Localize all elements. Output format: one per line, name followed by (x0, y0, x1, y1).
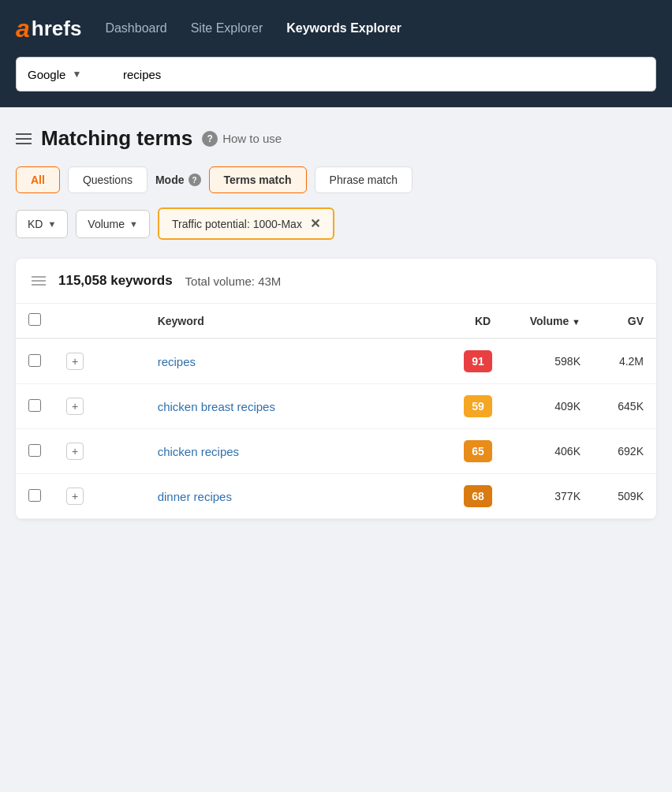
row-add-button-0[interactable]: + (66, 353, 84, 370)
kd-chevron-icon: ▼ (47, 219, 56, 229)
sidebar-toggle-icon[interactable] (16, 133, 32, 144)
results-summary-row: 115,058 keywords Total volume: 43M (16, 259, 656, 304)
top-navigation: a hrefs Dashboard Site Explorer Keywords… (0, 0, 672, 57)
logo[interactable]: a hrefs (16, 16, 81, 41)
traffic-filter-close-button[interactable]: ✕ (310, 216, 320, 231)
row-volume-cell: 409K (514, 384, 593, 429)
mode-label: Mode ? (155, 174, 201, 186)
row-kd-cell: 65 (451, 429, 514, 474)
row-checkbox-cell (16, 429, 54, 474)
header-keyword: Keyword (145, 304, 451, 338)
keyword-link-1[interactable]: chicken breast recipes (158, 400, 275, 413)
help-circle-icon: ? (202, 131, 218, 147)
results-menu-icon[interactable] (32, 276, 46, 286)
header-kd[interactable]: KD (451, 304, 514, 338)
nav-site-explorer[interactable]: Site Explorer (191, 18, 263, 39)
tab-all[interactable]: All (16, 166, 60, 193)
row-volume-cell: 406K (514, 429, 593, 474)
row-checkbox-cell (16, 474, 54, 519)
keyword-link-0[interactable]: recipes (158, 355, 196, 368)
kd-badge-1: 59 (464, 395, 492, 417)
header-add-col (54, 304, 145, 338)
table-row: + chicken breast recipes 59 409K 645K (16, 384, 656, 429)
how-to-use-button[interactable]: ? How to use (202, 131, 282, 147)
table-row: + dinner recipes 68 377K 509K (16, 474, 656, 519)
kd-badge-3: 68 (464, 485, 492, 507)
nav-dashboard[interactable]: Dashboard (105, 18, 166, 39)
table-row: + chicken recipes 65 406K 692K (16, 429, 656, 474)
filter-tabs-row: All Questions Mode ? Terms match Phrase … (16, 166, 656, 193)
logo-a: a (16, 16, 30, 41)
search-bar-area: Google ▼ (0, 57, 672, 107)
row-keyword-cell: recipes (145, 338, 451, 384)
row-checkbox-2[interactable] (28, 444, 41, 457)
row-checkbox-cell (16, 384, 54, 429)
table-header-row: Keyword KD Volume ▼ GV (16, 304, 656, 338)
row-add-cell: + (54, 338, 145, 384)
row-gv-cell: 692K (593, 429, 656, 474)
keyword-link-3[interactable]: dinner recipes (158, 490, 232, 503)
row-add-cell: + (54, 384, 145, 429)
search-input[interactable] (110, 57, 656, 92)
row-kd-cell: 68 (451, 474, 514, 519)
results-total-volume: Total volume: 43M (185, 275, 282, 288)
tab-phrase-match[interactable]: Phrase match (315, 166, 413, 193)
row-kd-cell: 91 (451, 338, 514, 384)
volume-label: Volume (88, 218, 125, 230)
volume-dropdown[interactable]: Volume ▼ (76, 210, 150, 238)
nav-keywords-explorer[interactable]: Keywords Explorer (286, 18, 401, 39)
row-keyword-cell: chicken breast recipes (145, 384, 451, 429)
row-gv-cell: 509K (593, 474, 656, 519)
keywords-table: Keyword KD Volume ▼ GV + recipes (16, 304, 656, 519)
volume-chevron-icon: ▼ (129, 219, 138, 229)
page-title-row: Matching terms ? How to use (16, 126, 656, 151)
row-add-cell: + (54, 429, 145, 474)
row-add-cell: + (54, 474, 145, 519)
row-gv-cell: 645K (593, 384, 656, 429)
page-title: Matching terms (41, 126, 192, 151)
row-volume-cell: 377K (514, 474, 593, 519)
volume-sort-icon: ▼ (572, 317, 581, 327)
how-to-use-label: How to use (222, 132, 282, 145)
logo-hrefs: hrefs (32, 18, 82, 39)
main-content: Matching terms ? How to use All Question… (0, 107, 672, 538)
table-row: + recipes 91 598K 4.2M (16, 338, 656, 384)
row-add-button-2[interactable]: + (66, 443, 84, 460)
tab-questions[interactable]: Questions (68, 166, 147, 193)
row-checkbox-1[interactable] (28, 399, 41, 412)
row-add-button-3[interactable]: + (66, 488, 84, 505)
header-volume[interactable]: Volume ▼ (514, 304, 593, 338)
search-engine-label: Google (28, 68, 65, 81)
row-add-button-1[interactable]: + (66, 398, 84, 415)
mode-help-icon: ? (189, 174, 201, 186)
filter-controls-row: KD ▼ Volume ▼ Traffic potential: 1000-Ma… (16, 207, 656, 240)
row-kd-cell: 59 (451, 384, 514, 429)
results-count: 115,058 keywords (58, 273, 173, 289)
traffic-filter-label: Traffic potential: 1000-Max (172, 218, 302, 230)
row-checkbox-0[interactable] (28, 354, 41, 367)
kd-badge-0: 91 (464, 350, 492, 372)
select-all-checkbox[interactable] (28, 313, 41, 326)
kd-label: KD (28, 218, 43, 230)
header-checkbox-cell (16, 304, 54, 338)
tab-terms-match[interactable]: Terms match (209, 166, 307, 193)
engine-chevron-icon: ▼ (72, 69, 81, 80)
table-body: + recipes 91 598K 4.2M + chicken breast … (16, 338, 656, 519)
row-checkbox-3[interactable] (28, 489, 41, 502)
row-volume-cell: 598K (514, 338, 593, 384)
results-panel: 115,058 keywords Total volume: 43M Keywo… (16, 259, 656, 519)
row-gv-cell: 4.2M (593, 338, 656, 384)
row-keyword-cell: dinner recipes (145, 474, 451, 519)
kd-dropdown[interactable]: KD ▼ (16, 210, 68, 238)
traffic-filter-pill: Traffic potential: 1000-Max ✕ (158, 207, 334, 240)
header-gv[interactable]: GV (593, 304, 656, 338)
search-engine-dropdown[interactable]: Google ▼ (16, 57, 110, 92)
kd-badge-2: 65 (464, 440, 492, 462)
keyword-link-2[interactable]: chicken recipes (158, 445, 239, 458)
row-keyword-cell: chicken recipes (145, 429, 451, 474)
row-checkbox-cell (16, 338, 54, 384)
